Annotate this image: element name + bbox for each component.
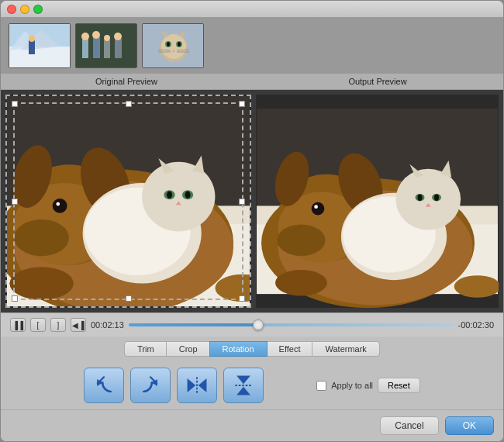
rotate-left-icon <box>91 373 116 398</box>
mark-in-button[interactable]: [ <box>30 318 46 332</box>
svg-marker-81 <box>198 378 207 392</box>
footer-bar: Cancel OK <box>1 409 503 441</box>
prev-frame-button[interactable]: ◀▐ <box>71 318 86 332</box>
end-time: -00:02:30 <box>458 320 494 330</box>
reset-button[interactable]: Reset <box>378 378 420 393</box>
original-preview-panel <box>5 95 251 308</box>
apply-to-all-checkbox[interactable] <box>316 381 326 391</box>
maximize-button[interactable] <box>33 5 43 14</box>
svg-point-61 <box>277 224 325 256</box>
svg-point-10 <box>92 31 100 39</box>
thumbnail-3-image <box>143 24 203 67</box>
tab-rotation[interactable]: Rotation <box>209 341 268 357</box>
main-window: Original Preview Output Preview <box>0 0 504 442</box>
rotation-controls: Apply to all Reset <box>1 360 503 409</box>
flip-horizontal-icon <box>185 373 209 398</box>
svg-point-49 <box>185 192 191 199</box>
svg-point-14 <box>114 33 122 40</box>
mark-out-icon: ] <box>57 321 60 330</box>
timeline-thumb[interactable] <box>253 319 264 330</box>
output-preview-label: Output Preview <box>252 74 503 89</box>
svg-point-64 <box>312 202 325 216</box>
thumbnail-strip <box>1 18 503 74</box>
thumb-2-svg <box>76 23 136 68</box>
svg-point-65 <box>314 205 318 209</box>
mark-out-button[interactable]: ] <box>50 318 66 332</box>
svg-rect-11 <box>104 40 110 58</box>
flip-vertical-button[interactable] <box>223 368 264 403</box>
svg-point-74 <box>434 195 439 201</box>
svg-point-22 <box>167 42 170 47</box>
tab-trim[interactable]: Trim <box>124 341 167 357</box>
flip-horizontal-button[interactable] <box>177 368 217 403</box>
svg-point-17 <box>161 34 186 59</box>
svg-point-23 <box>178 42 181 47</box>
preview-area <box>1 90 503 313</box>
cancel-button[interactable]: Cancel <box>380 416 438 435</box>
thumbnail-2-image <box>76 24 136 67</box>
tab-bar: Trim Crop Rotation Effect Watermark <box>1 337 503 360</box>
svg-rect-9 <box>93 37 100 58</box>
apply-to-all-label: Apply to all <box>331 381 373 390</box>
svg-point-39 <box>53 199 67 213</box>
rotate-right-button[interactable] <box>130 368 171 403</box>
svg-point-77 <box>454 275 499 298</box>
titlebar <box>1 1 503 18</box>
apply-to-all-row: Apply to all Reset <box>316 378 420 393</box>
play-pause-button[interactable]: ▐▐ <box>10 318 26 332</box>
minimize-button[interactable] <box>20 5 29 14</box>
svg-point-12 <box>104 35 110 41</box>
preview-labels: Original Preview Output Preview <box>1 74 503 90</box>
svg-point-5 <box>29 36 35 42</box>
svg-point-36 <box>14 219 69 256</box>
svg-point-51 <box>9 267 73 299</box>
rotate-left-button[interactable] <box>84 368 124 403</box>
svg-rect-4 <box>29 40 35 54</box>
prev-frame-icon: ◀▐ <box>72 321 84 330</box>
svg-point-40 <box>56 202 60 206</box>
close-button[interactable] <box>7 5 16 14</box>
output-preview-panel <box>256 95 499 308</box>
svg-point-48 <box>167 192 172 199</box>
svg-rect-13 <box>115 39 122 58</box>
traffic-lights <box>7 5 43 14</box>
original-preview-label: Original Preview <box>1 74 252 89</box>
thumbnail-2[interactable] <box>75 23 137 68</box>
timeline-track <box>129 323 454 326</box>
tab-effect[interactable]: Effect <box>266 341 314 357</box>
svg-rect-7 <box>82 39 88 58</box>
thumbnail-1[interactable] <box>9 23 71 68</box>
svg-rect-1 <box>9 47 70 68</box>
tab-watermark[interactable]: Watermark <box>312 341 379 357</box>
play-pause-icon: ▐▐ <box>12 321 23 330</box>
svg-marker-80 <box>188 378 196 392</box>
svg-point-73 <box>418 195 423 201</box>
svg-marker-84 <box>236 387 250 395</box>
thumbnail-1-image <box>9 24 70 67</box>
original-preview-image <box>7 96 250 306</box>
svg-marker-83 <box>236 376 250 385</box>
timeline: ▐▐ [ ] ◀▐ 00:02:13 -00:02:30 <box>1 313 503 337</box>
flip-vertical-icon <box>231 373 256 398</box>
svg-point-8 <box>81 33 89 40</box>
rotate-right-icon <box>138 373 163 398</box>
output-preview-image <box>256 95 499 308</box>
svg-point-43 <box>142 162 215 232</box>
tab-crop[interactable]: Crop <box>166 341 211 357</box>
svg-point-76 <box>275 270 327 295</box>
timeline-slider[interactable] <box>129 318 454 332</box>
current-time: 00:02:13 <box>91 320 124 330</box>
thumb-3-svg <box>143 23 203 68</box>
mark-in-icon: [ <box>37 321 40 330</box>
thumb-1-svg <box>9 23 70 68</box>
thumbnail-3[interactable] <box>142 23 204 68</box>
svg-point-68 <box>395 169 461 230</box>
ok-button[interactable]: OK <box>445 416 494 435</box>
